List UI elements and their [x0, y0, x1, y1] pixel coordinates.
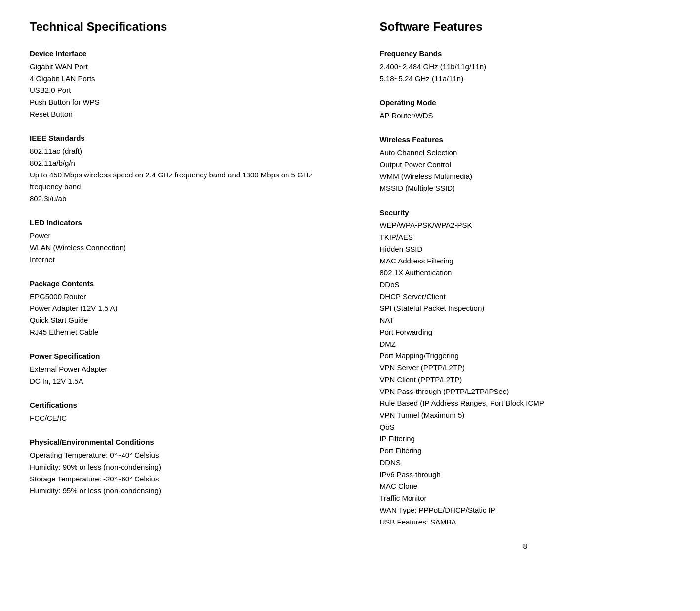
right-title: Software Features — [380, 20, 671, 34]
section-line: Humidity: 90% or less (non-condensing) — [30, 461, 321, 473]
section-body-wireless-features: Auto Channel SelectionOutput Power Contr… — [380, 147, 671, 194]
section-line: Port Filtering — [380, 445, 671, 457]
page-container: Technical Specifications Device Interfac… — [30, 20, 670, 550]
section-heading-frequency-bands: Frequency Bands — [380, 49, 671, 58]
section-line: USB2.0 Port — [30, 85, 321, 96]
section-frequency-bands: Frequency Bands2.400~2.484 GHz (11b/11g/… — [380, 49, 671, 85]
section-led-indicators: LED IndicatorsPowerWLAN (Wireless Connec… — [30, 218, 321, 265]
section-wireless-features: Wireless FeaturesAuto Channel SelectionO… — [380, 135, 671, 194]
section-line: QoS — [380, 421, 671, 433]
section-heading-physical-environmental: Physical/Environmental Conditions — [30, 438, 321, 446]
section-line: VPN Tunnel (Maximum 5) — [380, 409, 671, 421]
section-heading-wireless-features: Wireless Features — [380, 135, 671, 144]
section-power-specification: Power SpecificationExternal Power Adapte… — [30, 352, 321, 387]
left-sections: Device InterfaceGigabit WAN Port4 Gigabi… — [30, 49, 321, 497]
section-body-package-contents: EPG5000 RouterPower Adapter (12V 1.5 A)Q… — [30, 291, 321, 338]
section-line: 802.1X Authentication — [380, 267, 671, 279]
section-line: TKIP/AES — [380, 231, 671, 243]
section-line: VPN Server (PPTP/L2TP) — [380, 362, 671, 374]
section-line: Auto Channel Selection — [380, 147, 671, 159]
section-line: DMZ — [380, 338, 671, 350]
section-certifications: CertificationsFCC/CE/IC — [30, 401, 321, 424]
section-line: MAC Address Filtering — [380, 255, 671, 267]
section-line: Power Adapter (12V 1.5 A) — [30, 303, 321, 314]
section-heading-ieee-standards: IEEE Standards — [30, 134, 321, 142]
section-line: External Power Adapter — [30, 363, 321, 375]
section-line: 4 Gigabit LAN Ports — [30, 73, 321, 85]
section-line: EPG5000 Router — [30, 291, 321, 303]
page-number: 8 — [380, 542, 671, 550]
section-line: Gigabit WAN Port — [30, 61, 321, 73]
section-line: 2.400~2.484 GHz (11b/11g/11n) — [380, 61, 671, 73]
section-line: Push Button for WPS — [30, 96, 321, 108]
section-heading-operating-mode: Operating Mode — [380, 98, 671, 107]
section-heading-power-specification: Power Specification — [30, 352, 321, 360]
left-title: Technical Specifications — [30, 20, 321, 34]
section-line: SPI (Stateful Packet Inspection) — [380, 303, 671, 314]
section-line: Power — [30, 230, 321, 242]
section-body-security: WEP/WPA-PSK/WPA2-PSKTKIP/AESHidden SSIDM… — [380, 219, 671, 528]
section-heading-device-interface: Device Interface — [30, 49, 321, 58]
section-operating-mode: Operating ModeAP Router/WDS — [380, 98, 671, 122]
section-body-device-interface: Gigabit WAN Port4 Gigabit LAN PortsUSB2.… — [30, 61, 321, 120]
section-line: Traffic Monitor — [380, 492, 671, 504]
section-line: WMM (Wireless Multimedia) — [380, 171, 671, 182]
section-body-ieee-standards: 802.11ac (draft)802.11a/b/g/nUp to 450 M… — [30, 145, 321, 205]
right-column: Software Features Frequency Bands2.400~2… — [350, 20, 671, 550]
section-body-power-specification: External Power AdapterDC In, 12V 1.5A — [30, 363, 321, 387]
section-security: SecurityWEP/WPA-PSK/WPA2-PSKTKIP/AESHidd… — [380, 208, 671, 528]
section-body-operating-mode: AP Router/WDS — [380, 110, 671, 122]
section-body-led-indicators: PowerWLAN (Wireless Connection)Internet — [30, 230, 321, 265]
section-line: DDoS — [380, 279, 671, 291]
section-heading-package-contents: Package Contents — [30, 279, 321, 288]
section-line: 802.11a/b/g/n — [30, 157, 321, 169]
section-line: MAC Clone — [380, 480, 671, 492]
section-line: IP Filtering — [380, 433, 671, 445]
section-line: Hidden SSID — [380, 243, 671, 255]
section-heading-led-indicators: LED Indicators — [30, 218, 321, 227]
section-line: IPv6 Pass-through — [380, 469, 671, 480]
section-line: USB Features: SAMBA — [380, 516, 671, 528]
section-line: WAN Type: PPPoE/DHCP/Static IP — [380, 504, 671, 516]
section-line: DHCP Server/Client — [380, 291, 671, 303]
section-line: Up to 450 Mbps wireless speed on 2.4 GHz… — [30, 169, 321, 193]
section-line: 802.3i/u/ab — [30, 193, 321, 205]
section-line: Port Mapping/Triggering — [380, 350, 671, 362]
section-line: NAT — [380, 314, 671, 326]
section-body-frequency-bands: 2.400~2.484 GHz (11b/11g/11n)5.18~5.24 G… — [380, 61, 671, 85]
section-body-certifications: FCC/CE/IC — [30, 412, 321, 424]
section-line: MSSID (Multiple SSID) — [380, 182, 671, 194]
section-line: FCC/CE/IC — [30, 412, 321, 424]
section-line: VPN Client (PPTP/L2TP) — [380, 374, 671, 386]
section-heading-certifications: Certifications — [30, 401, 321, 409]
section-line: 802.11ac (draft) — [30, 145, 321, 157]
section-line: Operating Temperature: 0°~40° Celsius — [30, 449, 321, 461]
section-line: WEP/WPA-PSK/WPA2-PSK — [380, 219, 671, 231]
section-line: Humidity: 95% or less (non-condensing) — [30, 485, 321, 497]
section-ieee-standards: IEEE Standards802.11ac (draft)802.11a/b/… — [30, 134, 321, 205]
section-line: Reset Button — [30, 108, 321, 120]
section-physical-environmental: Physical/Environmental ConditionsOperati… — [30, 438, 321, 497]
section-line: DC In, 12V 1.5A — [30, 375, 321, 387]
section-line: Output Power Control — [380, 159, 671, 171]
section-line: RJ45 Ethernet Cable — [30, 326, 321, 338]
section-body-physical-environmental: Operating Temperature: 0°~40° CelsiusHum… — [30, 449, 321, 497]
section-line: Port Forwarding — [380, 326, 671, 338]
section-heading-security: Security — [380, 208, 671, 217]
left-column: Technical Specifications Device Interfac… — [30, 20, 350, 550]
section-line: WLAN (Wireless Connection) — [30, 242, 321, 254]
section-package-contents: Package ContentsEPG5000 RouterPower Adap… — [30, 279, 321, 338]
section-line: Internet — [30, 254, 321, 265]
section-line: Rule Based (IP Address Ranges, Port Bloc… — [380, 397, 671, 409]
section-line: DDNS — [380, 457, 671, 469]
section-line: Storage Temperature: -20°~60° Celsius — [30, 473, 321, 485]
section-line: 5.18~5.24 GHz (11a/11n) — [380, 73, 671, 85]
section-line: VPN Pass-through (PPTP/L2TP/IPSec) — [380, 386, 671, 397]
section-line: Quick Start Guide — [30, 314, 321, 326]
section-line: AP Router/WDS — [380, 110, 671, 122]
section-device-interface: Device InterfaceGigabit WAN Port4 Gigabi… — [30, 49, 321, 120]
right-sections: Frequency Bands2.400~2.484 GHz (11b/11g/… — [380, 49, 671, 528]
